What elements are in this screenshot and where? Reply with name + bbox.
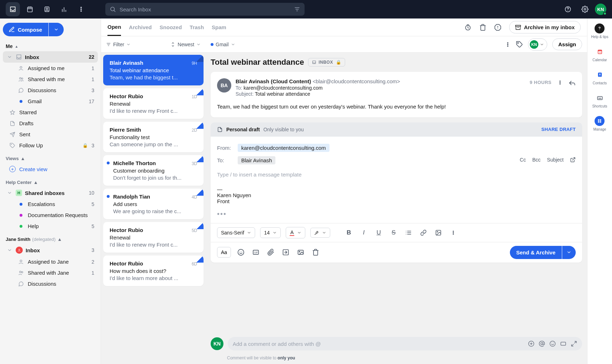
sidebar-item-escalations[interactable]: Escalations5: [3, 199, 98, 210]
assign-button[interactable]: Assign: [552, 38, 582, 50]
gif-icon[interactable]: [560, 341, 566, 347]
font-size-select[interactable]: 14: [260, 227, 281, 238]
nav-contacts-icon[interactable]: [40, 2, 54, 16]
sidebar-header-me[interactable]: Me▲: [3, 41, 98, 51]
sidebar-item-follow-up[interactable]: Follow Up🔒3: [3, 140, 98, 151]
archive-button[interactable]: Archive in my inbox: [509, 21, 581, 33]
tab-spam[interactable]: Spam: [212, 19, 226, 35]
tab-trash[interactable]: Trash: [190, 19, 204, 35]
expand-icon[interactable]: [571, 341, 577, 347]
comment-input[interactable]: Add a comment or add others with @: [228, 337, 582, 350]
emoji-icon[interactable]: [549, 341, 556, 347]
conversation-item[interactable]: Blair Avinash9HTotal webinar attendanceT…: [103, 55, 204, 85]
settings-icon[interactable]: [578, 2, 592, 16]
sidebar-item-shared-inboxes[interactable]: H Shared inboxes 10: [3, 187, 98, 199]
conversation-item[interactable]: Michelle Thorton3DCustomer onboardingDon…: [103, 155, 204, 186]
rail-contacts[interactable]: Contacts: [593, 70, 607, 85]
share-draft-button[interactable]: SHARE DRAFT: [542, 127, 576, 132]
conversation-item[interactable]: Hector Rubio6DHow much does it cost?I'd …: [103, 255, 204, 286]
sidebar-section-delegated[interactable]: Jane Smith (delegated) ▲: [3, 232, 98, 244]
sidebar-section-help-center[interactable]: Help Center ▲: [3, 175, 98, 187]
channel-selector[interactable]: Gmail: [211, 42, 235, 47]
image-button[interactable]: [433, 228, 443, 238]
cc-button[interactable]: Cc: [520, 157, 526, 164]
trash-action-icon[interactable]: [479, 24, 486, 31]
sidebar-item-jane-discussions[interactable]: Discussions: [3, 278, 98, 289]
to-chip[interactable]: Blair Avinash: [238, 156, 275, 164]
tab-snoozed[interactable]: Snoozed: [160, 19, 182, 35]
bcc-button[interactable]: Bcc: [532, 157, 540, 164]
rail-calendar[interactable]: 31Calendar: [592, 47, 607, 62]
sidebar-item-assigned-to-jane[interactable]: Assigned to Jane2: [3, 256, 98, 267]
font-color-select[interactable]: A: [286, 227, 305, 238]
sidebar-item-assigned-to-me[interactable]: Assigned to me1: [3, 63, 98, 74]
link-button[interactable]: [418, 228, 428, 238]
rail-manage[interactable]: Manage: [593, 116, 606, 131]
spam-action-icon[interactable]: [494, 24, 501, 31]
sidebar-item-gmail[interactable]: Gmail17: [3, 96, 98, 107]
nav-more-icon[interactable]: [74, 2, 88, 16]
send-archive-button[interactable]: Send & Archive: [510, 246, 562, 259]
tag-action-icon[interactable]: [516, 41, 523, 48]
email-more-icon[interactable]: [557, 80, 563, 85]
subject-button[interactable]: Subject: [547, 157, 564, 164]
search-filter-icon[interactable]: [294, 6, 300, 12]
compose-button[interactable]: Compose: [3, 23, 48, 36]
discard-draft-button[interactable]: [311, 247, 321, 257]
sidebar-item-discussions[interactable]: Discussions3: [3, 85, 98, 96]
user-avatar[interactable]: KN: [595, 4, 606, 15]
italic-button[interactable]: I: [359, 228, 369, 238]
conversation-item[interactable]: Hector Rubio1DRenewalI'd like to renew m…: [103, 88, 204, 119]
more-actions-icon[interactable]: [505, 41, 511, 48]
sort-button[interactable]: Newest: [170, 42, 201, 47]
add-icon[interactable]: [528, 341, 534, 347]
assignee-chip[interactable]: KN: [528, 38, 547, 51]
mention-icon[interactable]: [539, 341, 545, 347]
sidebar-item-help[interactable]: Help5: [3, 221, 98, 232]
search-input[interactable]: [120, 6, 290, 12]
strikethrough-button[interactable]: S: [389, 228, 399, 238]
tab-archived[interactable]: Archived: [129, 19, 152, 35]
template-button[interactable]: [281, 247, 291, 257]
list-button[interactable]: [403, 228, 413, 238]
tab-open[interactable]: Open: [107, 19, 121, 36]
sidebar-item-documentation-requests[interactable]: Documentation Requests: [3, 210, 98, 221]
rail-help-tips[interactable]: Help & tips: [591, 23, 608, 39]
compose-dropdown-button[interactable]: [49, 23, 64, 36]
nav-inbox-icon[interactable]: [6, 2, 20, 16]
underline-button[interactable]: U: [374, 228, 384, 238]
sidebar-item-inbox[interactable]: Inbox22: [3, 51, 98, 63]
draft-body-editor[interactable]: Type / to insert a message template — Ka…: [211, 167, 582, 223]
text-format-toggle[interactable]: Aa: [217, 247, 231, 258]
help-icon[interactable]: [561, 2, 575, 16]
sidebar-item-shared-with-me[interactable]: Shared with me1: [3, 74, 98, 85]
emoji-button[interactable]: [236, 247, 246, 257]
rail-shortcuts[interactable]: Shortcuts: [592, 93, 607, 108]
highlight-color-select[interactable]: [310, 228, 330, 238]
popout-icon[interactable]: [570, 157, 576, 164]
search-bar[interactable]: [105, 3, 305, 16]
create-view-button[interactable]: +Create view: [3, 163, 98, 175]
conversation-item[interactable]: Pierre Smith2DFunctionality testCan some…: [103, 122, 204, 152]
snooze-action-icon[interactable]: [464, 24, 471, 31]
sidebar-item-sent[interactable]: Sent: [3, 129, 98, 140]
bold-button[interactable]: B: [344, 228, 354, 238]
sidebar-item-starred[interactable]: Starred: [3, 107, 98, 118]
sidebar-item-shared-with-jane[interactable]: Shared with Jane1: [3, 267, 98, 278]
font-family-select[interactable]: Sans-Serif: [217, 227, 255, 238]
reply-icon[interactable]: [569, 80, 576, 87]
sidebar-section-views[interactable]: Views ▲: [3, 151, 98, 163]
insert-image-button[interactable]: [296, 247, 306, 257]
gif-button[interactable]: GIF: [251, 247, 261, 257]
send-options-button[interactable]: [562, 246, 576, 259]
sidebar-item-jane-inbox[interactable]: Inbox 3: [3, 244, 98, 256]
quoted-text-toggle[interactable]: •••: [217, 210, 576, 218]
conversation-item[interactable]: Hector Rubio5DRenewalI'd like to renew m…: [103, 222, 204, 253]
filter-button[interactable]: Filter: [106, 42, 131, 47]
conversation-item[interactable]: Randolph Tian4DAdd usersWe are going to …: [103, 189, 204, 219]
attach-button[interactable]: [266, 247, 276, 257]
nav-calendar-icon[interactable]: [23, 2, 37, 16]
sidebar-item-drafts[interactable]: Drafts: [3, 118, 98, 129]
from-chip[interactable]: karen@cloudcontentconsulting.com: [238, 144, 329, 152]
format-more-icon[interactable]: [448, 228, 458, 238]
